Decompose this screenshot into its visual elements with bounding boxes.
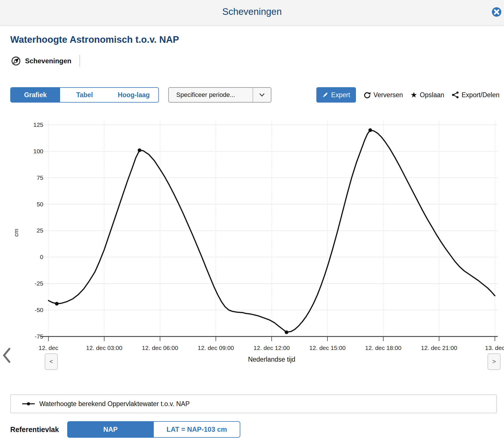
save-button[interactable]: ★ Opslaan [410, 91, 444, 99]
svg-text:13. dec: 13. dec [485, 345, 504, 351]
svg-text:cm: cm [13, 229, 19, 237]
divider [79, 55, 80, 67]
expert-label: Expert [331, 91, 350, 99]
location-name: Scheveningen [25, 57, 71, 65]
x-axis-title: Nederlandse tijd [243, 356, 300, 363]
reference-toggle: NAP LAT = NAP-103 cm [67, 421, 240, 438]
page-back-chevron[interactable] [2, 347, 11, 365]
svg-text:25: 25 [37, 227, 43, 234]
legend-line-marker-icon [22, 401, 35, 406]
svg-text:12. dec 12:00: 12. dec 12:00 [253, 345, 290, 351]
chevron-left-icon [2, 347, 11, 364]
share-icon [452, 91, 459, 99]
refresh-label: Verversen [374, 91, 403, 99]
svg-text:0: 0 [40, 254, 43, 260]
reference-option-nap[interactable]: NAP [67, 421, 154, 438]
export-share-button[interactable]: Export/Delen [452, 91, 499, 99]
close-button[interactable] [491, 7, 502, 17]
svg-text:12. dec 03:00: 12. dec 03:00 [86, 345, 122, 351]
svg-text:-25: -25 [35, 280, 43, 287]
svg-text:-75: -75 [35, 333, 43, 340]
tab-hoog-laag[interactable]: Hoog-laag [109, 88, 158, 102]
chart-prev-button[interactable]: < [45, 353, 58, 370]
svg-text:125: 125 [33, 121, 43, 128]
page-title: Waterhoogte Astronomisch t.o.v. NAP [10, 34, 179, 45]
reference-option-lat[interactable]: LAT = NAP-103 cm [154, 421, 240, 438]
modal-header: Scheveningen [0, 0, 504, 25]
svg-text:12. dec 15:00: 12. dec 15:00 [309, 345, 345, 351]
svg-text:50: 50 [37, 201, 43, 207]
svg-text:12. dec 09:00: 12. dec 09:00 [198, 345, 234, 351]
period-select[interactable]: Specificeer periode... [168, 87, 271, 103]
legend-label: Waterhoogte berekend Oppervlaktewater t.… [39, 400, 190, 408]
svg-text:75: 75 [37, 174, 43, 181]
star-icon: ★ [410, 91, 417, 99]
svg-text:12. dec: 12. dec [39, 345, 58, 351]
legend-item: Waterhoogte berekend Oppervlaktewater t.… [11, 400, 190, 408]
pencil-icon [322, 92, 328, 98]
compass-icon [11, 56, 21, 66]
refresh-button[interactable]: Verversen [363, 91, 403, 99]
location-row: Scheveningen [11, 55, 80, 67]
chevron-down-icon [253, 88, 271, 102]
period-select-value: Specificeer periode... [169, 91, 253, 99]
svg-text:12. dec 06:00: 12. dec 06:00 [142, 345, 178, 351]
view-tabs: Grafiek Tabel Hoog-laag [10, 87, 159, 103]
tab-grafiek[interactable]: Grafiek [11, 88, 60, 102]
svg-text:12. dec 21:00: 12. dec 21:00 [421, 345, 457, 351]
refresh-icon [363, 91, 371, 99]
reference-label: Referentievlak [10, 425, 67, 434]
svg-text:12. dec 18:00: 12. dec 18:00 [365, 345, 401, 351]
reference-row: Referentievlak NAP LAT = NAP-103 cm [10, 421, 240, 438]
tab-tabel[interactable]: Tabel [60, 88, 109, 102]
modal-title: Scheveningen [0, 6, 504, 17]
close-icon [491, 7, 502, 17]
chart-legend: Waterhoogte berekend Oppervlaktewater t.… [10, 394, 497, 413]
export-label: Export/Delen [462, 91, 499, 99]
svg-text:-50: -50 [35, 307, 43, 313]
expert-button[interactable]: Expert [316, 87, 356, 103]
chart-next-button[interactable]: > [487, 353, 501, 370]
save-label: Opslaan [420, 91, 444, 99]
toolbar-actions: Expert Verversen ★ Opslaan Export/Delen [316, 87, 499, 103]
svg-text:100: 100 [33, 148, 43, 154]
